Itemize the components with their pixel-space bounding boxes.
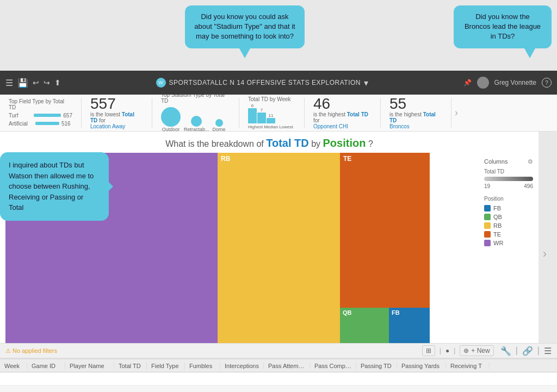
col-player-name[interactable]: Player Name [65, 363, 114, 369]
legend-item-rb: RB [484, 222, 533, 229]
big-number-55: 55 [389, 96, 442, 111]
plus-icon: ⊕ [463, 347, 469, 354]
col-week[interactable]: Week [0, 363, 27, 369]
col-receiving-t[interactable]: Receiving T [446, 363, 490, 369]
circle-icon[interactable]: ● [445, 347, 449, 354]
undo-icon[interactable]: ↩ [33, 78, 39, 87]
legend-settings-icon[interactable]: ⚙ [528, 158, 533, 165]
legend-panel: Columns ⚙ Total TD 19 496 Position FB QB [479, 153, 539, 354]
big-number-557: 557 [90, 96, 116, 111]
app-title: SPORTSDATALLC N 14 OFFENSIVE STATS EXPLO… [169, 79, 361, 86]
kpi-55: 55 is the highest Total TD Broncos [381, 98, 451, 128]
te-legend-label: TE [493, 231, 501, 238]
callout-left-bubble: I inquired about TDs but Watson then all… [0, 152, 109, 221]
new-button[interactable]: ⊕ + New [460, 345, 493, 356]
legend-item-fb: FB [484, 205, 533, 211]
turf-bar-row: Turf 657 [9, 113, 72, 119]
save-icon[interactable]: 💾 [17, 78, 28, 88]
field-type-label: Top Field Type by Total TD [9, 98, 72, 110]
avatar[interactable] [477, 77, 489, 89]
artificial-bar-row: Artificial 516 [9, 121, 72, 127]
chart-title-connector: by [311, 139, 320, 148]
table-row [0, 372, 557, 385]
treemap-rb[interactable]: RB [218, 153, 340, 359]
median-val: 7 [261, 108, 263, 113]
chart-title-prefix: What is the breakdown of [165, 139, 264, 148]
legend-item-wr: WR [484, 240, 533, 246]
outdoor-label: Outdoor [162, 127, 180, 132]
dome-bubble [215, 119, 223, 127]
turf-val: 657 [63, 113, 72, 119]
opponent-chi-link[interactable]: Opponent CHI [313, 123, 372, 129]
qb-dot [484, 214, 491, 220]
top-bar: ☰ 💾 ↩ ↪ ⬆ W SPORTSDATALLC N 14 OFFENSIVE… [0, 71, 557, 95]
rb-label: RB [218, 153, 340, 165]
kpi-46: 46 is the highest Total TD for Opponent … [305, 98, 381, 128]
col-passing-td[interactable]: Passing TD [356, 363, 397, 369]
artificial-bar [35, 122, 59, 125]
right-toolbar-icons: 🔧 | 🔗 | ☰ [500, 346, 552, 356]
legend-range: 19 496 [484, 183, 533, 189]
lowest-label: Lowest [279, 125, 293, 129]
hamburger-icon[interactable]: ☰ [5, 78, 13, 88]
kpi-46-sub2: Total TD [347, 111, 368, 117]
help-icon[interactable]: ? [542, 78, 552, 88]
lowest-bar [267, 118, 275, 123]
retractable-bubble [191, 116, 202, 127]
wrench-icon[interactable]: 🔧 [500, 346, 511, 356]
col-interceptions[interactable]: Interceptions [220, 363, 264, 369]
legend-total-td-label: Total TD [484, 169, 533, 175]
broncos-tooltip: Did you know the Broncos lead the league… [454, 5, 552, 48]
qb-legend-label: QB [493, 214, 502, 220]
col-total-td[interactable]: Total TD [114, 363, 147, 369]
chart-title-metric: Total TD [266, 137, 309, 149]
highest-bar [248, 108, 257, 123]
separator1: | [440, 347, 441, 354]
location-away-link[interactable]: Location Away [90, 123, 143, 129]
turf-label: Turf [9, 113, 32, 119]
fb-dot [484, 205, 491, 211]
big-number-46: 46 [313, 96, 372, 111]
title-dropdown-icon[interactable]: ▾ [364, 78, 368, 88]
highest-label: Highest [248, 125, 263, 129]
redo-icon[interactable]: ↪ [44, 78, 50, 87]
col-passing-yards[interactable]: Passing Yards [397, 363, 446, 369]
kpi-46-sub3: for [313, 117, 320, 123]
grid-icon-group[interactable]: ⊞ [422, 345, 435, 356]
app-logo: W [156, 78, 166, 88]
filter-text: ⚠ No applied filters [5, 347, 416, 354]
legend-slider[interactable] [484, 177, 533, 181]
rb-dot [484, 222, 491, 229]
col-pass-attempts[interactable]: Pass Attempts [264, 363, 310, 369]
te-label: TE [340, 153, 430, 165]
data-table: Week Game ID Player Name Total TD Field … [0, 358, 557, 392]
broncos-link[interactable]: Broncos [389, 123, 442, 129]
chart-title-dimension: Position [323, 137, 366, 149]
outdoor-bubble [161, 107, 181, 127]
col-game-id[interactable]: Game ID [27, 363, 65, 369]
col-fumbles[interactable]: Fumbles [185, 363, 220, 369]
chart-expand-icon[interactable]: › [543, 247, 547, 261]
col-field-type[interactable]: Field Type [147, 363, 185, 369]
median-bar [257, 113, 266, 123]
treemap-te[interactable]: TE [340, 153, 430, 308]
kpi-chevron-right[interactable]: › [451, 98, 461, 128]
fb-legend-label: FB [493, 205, 501, 211]
col-pass-completions[interactable]: Pass Completi... [310, 363, 356, 369]
kpi-46-sub1: is the highest [313, 111, 345, 117]
list-icon[interactable]: ☰ [544, 346, 552, 356]
kpi-55-sub1: is the highest [389, 111, 422, 117]
qb-label: QB [340, 308, 389, 318]
kpi-557-sub1: is the lowest [90, 111, 120, 117]
callout-left-text: I inquired about TDs but Watson then all… [9, 161, 94, 211]
pin-icon[interactable]: 📌 [463, 79, 472, 86]
legend-position-label: Position [484, 196, 533, 202]
share-icon[interactable]: ⬆ [54, 78, 61, 87]
kpi-field-type: Top Field Type by Total TD Turf 657 Arti… [0, 98, 82, 128]
network-icon[interactable]: 🔗 [522, 346, 533, 356]
highest-val: 6 [251, 103, 253, 108]
table-header: Week Game ID Player Name Total TD Field … [0, 359, 557, 372]
grid-icon: ⊞ [426, 347, 431, 354]
artificial-label: Artificial [9, 121, 33, 127]
stadium-type-label: Top Stadium Type by Total TD [161, 95, 230, 104]
